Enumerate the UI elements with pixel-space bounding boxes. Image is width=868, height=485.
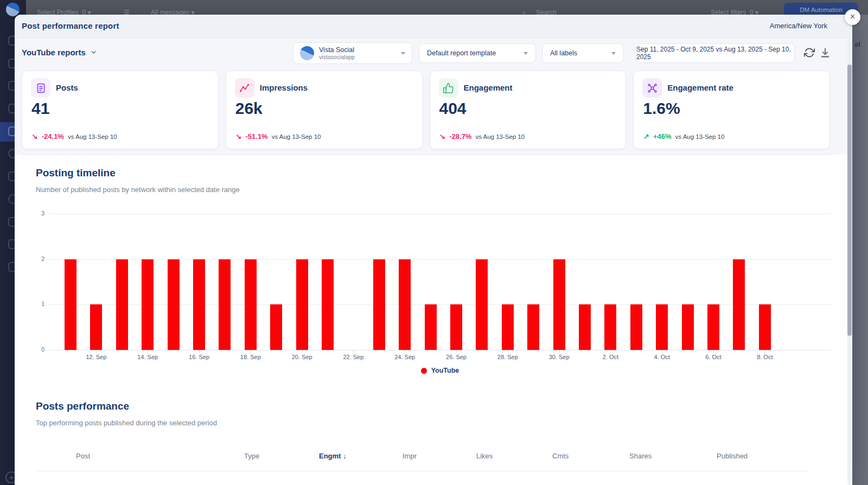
x-axis-tick-label: 24. Sep xyxy=(394,354,415,360)
chart-bar-20-sep[interactable] xyxy=(296,259,308,350)
download-icon xyxy=(820,47,831,58)
x-axis-tick-label: 22. Sep xyxy=(343,354,363,360)
x-axis-tick-label: 30. Sep xyxy=(549,354,570,360)
stat-label: Posts xyxy=(56,83,78,92)
labels-select[interactable]: All labels xyxy=(542,43,624,63)
posting-timeline-chart: 012312. Sep14. Sep16. Sep18. Sep20. Sep2… xyxy=(49,214,831,350)
download-button[interactable] xyxy=(820,47,831,58)
chart-bar-17-sep[interactable] xyxy=(219,259,231,350)
column-header-shares[interactable]: Shares xyxy=(629,452,652,460)
refresh-icon xyxy=(804,47,815,58)
modal-scrollbar-thumb[interactable] xyxy=(847,65,852,336)
chart-bar-6-oct[interactable] xyxy=(707,304,719,350)
legend-dot-icon xyxy=(421,368,427,374)
y-axis-tick-label: 1 xyxy=(29,301,44,307)
x-axis-tick xyxy=(610,350,611,353)
chart-bar-11-sep[interactable] xyxy=(65,259,76,350)
x-axis-tick-label: 2. Oct xyxy=(603,354,618,360)
column-header-type[interactable]: Type xyxy=(244,452,259,460)
y-axis-tick-label: 0 xyxy=(29,346,44,353)
chart-gridline xyxy=(49,259,831,260)
x-axis-tick-label: 16. Sep xyxy=(189,354,209,360)
chart-bar-30-sep[interactable] xyxy=(553,259,565,350)
select-filters-dropdown: Select filters 0 ▾ xyxy=(711,9,758,15)
refresh-button[interactable] xyxy=(804,47,815,58)
chart-bar-27-sep[interactable] xyxy=(476,259,488,350)
search-input: Search xyxy=(536,9,557,15)
x-axis-tick xyxy=(662,350,662,353)
column-header-engmt[interactable]: Engmt ↓ xyxy=(319,452,347,460)
chevron-down-icon xyxy=(401,52,405,55)
stat-value: 1.6% xyxy=(643,99,680,118)
profile-avatar xyxy=(300,46,314,60)
report-type-dropdown[interactable]: YouTube reports xyxy=(22,48,97,57)
date-range-picker[interactable]: Sep 11, 2025 - Oct 9, 2025 vs Aug 13, 20… xyxy=(636,43,795,63)
report-template-value: Default report template xyxy=(427,49,496,57)
posts-performance-title: Posts performance xyxy=(36,400,129,412)
profile-select[interactable]: Vista Social vistasocialapp xyxy=(293,42,412,64)
chart-bar-5-oct[interactable] xyxy=(682,304,694,350)
x-axis-tick xyxy=(765,350,765,353)
x-axis-tick xyxy=(405,350,405,353)
chart-bar-8-oct[interactable] xyxy=(759,304,771,350)
stats-cards-row: Posts 41 ↘ -24.1% vs Aug 13-Sep 10 Impre… xyxy=(22,71,830,149)
x-axis-tick xyxy=(456,350,457,353)
stat-delta: -51.1% xyxy=(245,132,267,141)
trend-down-icon: ↘ xyxy=(439,133,446,141)
stat-card-engagement-rate: Engagement rate 1.6% ↗ +46% vs Aug 13-Se… xyxy=(633,71,830,149)
chart-legend-item-youtube[interactable]: YouTube xyxy=(49,365,831,376)
column-header-published[interactable]: Published xyxy=(717,452,748,460)
chart-bar-12-sep[interactable] xyxy=(90,304,102,350)
close-button[interactable]: ✕ xyxy=(845,9,860,25)
report-type-label: YouTube reports xyxy=(22,48,86,57)
section-divider xyxy=(22,155,830,155)
chart-bar-28-sep[interactable] xyxy=(502,304,514,350)
x-axis-tick-label: 18. Sep xyxy=(240,354,261,360)
chart-bar-18-sep[interactable] xyxy=(245,259,257,350)
stat-compare: vs Aug 13-Sep 10 xyxy=(675,133,725,140)
chart-bar-25-sep[interactable] xyxy=(425,304,437,350)
timezone-label: America/New York xyxy=(770,22,827,30)
x-axis-tick-label: 26. Sep xyxy=(446,354,467,360)
posting-timeline-subtitle: Number of published posts by network wit… xyxy=(36,186,240,194)
chart-bar-13-sep[interactable] xyxy=(116,259,128,350)
document-icon xyxy=(35,82,47,94)
chart-bar-23-sep[interactable] xyxy=(373,259,385,350)
chart-bar-16-sep[interactable] xyxy=(193,259,205,350)
profile-name: Vista Social xyxy=(319,46,355,54)
chart-bar-3-oct[interactable] xyxy=(630,304,642,350)
modal-header xyxy=(15,15,852,38)
stat-delta: +46% xyxy=(653,132,672,141)
chart-bar-26-sep[interactable] xyxy=(450,304,462,350)
stat-card-impressions: Impressions 26k ↘ -51.1% vs Aug 13-Sep 1… xyxy=(226,71,423,149)
trend-down-icon: ↘ xyxy=(31,133,38,141)
chart-bar-4-oct[interactable] xyxy=(656,304,668,350)
chart-bar-19-sep[interactable] xyxy=(270,304,282,350)
report-template-select[interactable]: Default report template xyxy=(419,43,536,63)
stat-card-engagement: Engagement 404 ↘ -28.7% vs Aug 13-Sep 10 xyxy=(430,71,627,149)
chart-bar-21-sep[interactable] xyxy=(322,259,334,350)
x-axis-tick xyxy=(251,350,251,353)
chart-bar-24-sep[interactable] xyxy=(399,259,411,350)
column-header-post[interactable]: Post xyxy=(76,452,90,460)
x-axis-tick-label: 6. Oct xyxy=(705,354,721,360)
background-text-fragment: al xyxy=(854,40,860,48)
network-icon xyxy=(647,82,658,94)
chart-bar-14-sep[interactable] xyxy=(142,259,154,350)
column-header-likes[interactable]: Likes xyxy=(476,452,493,460)
chart-bar-1-oct[interactable] xyxy=(579,304,591,350)
thumbs-up-icon xyxy=(443,82,454,94)
column-header-cmts[interactable]: Cmts xyxy=(552,452,569,460)
posts-performance-subtitle: Top performing posts published during th… xyxy=(36,419,217,427)
stat-compare: vs Aug 13-Sep 10 xyxy=(272,133,321,140)
chart-bar-15-sep[interactable] xyxy=(168,259,180,350)
chart-bar-29-sep[interactable] xyxy=(527,304,539,350)
stat-label: Impressions xyxy=(260,83,308,92)
chart-bar-2-oct[interactable] xyxy=(604,304,616,350)
stat-label: Engagement xyxy=(464,83,513,92)
stat-delta: -28.7% xyxy=(449,132,471,141)
column-header-impr[interactable]: Impr xyxy=(403,452,417,460)
y-axis-tick-label: 3 xyxy=(29,210,44,216)
chart-bar-7-oct[interactable] xyxy=(733,259,745,350)
list-view-icon: ☰ xyxy=(124,9,130,15)
